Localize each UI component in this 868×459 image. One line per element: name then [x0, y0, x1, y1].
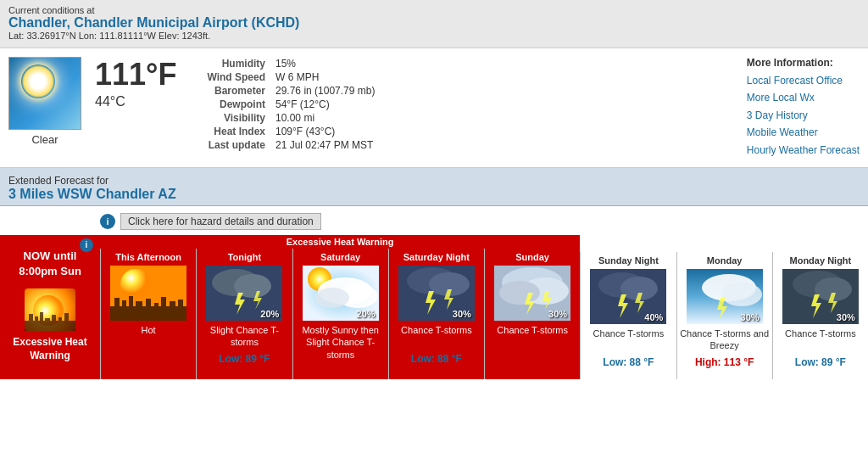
conditions-subtitle: Current conditions at: [8, 5, 860, 15]
hazard-bar: i Click here for hazard details and dura…: [100, 213, 868, 230]
day-label-3: Saturday Night: [403, 250, 470, 264]
forecast-columns: Excessive Heat WarningThis Afternoon Hot…: [100, 235, 868, 379]
forecast-temp-1: Low: 89 °F: [219, 353, 270, 365]
forecast-temp-3: Low: 88 °F: [411, 353, 462, 365]
warning-sun-icon: [20, 286, 80, 333]
station-name: Chandler, Chandler Municipal Airport (KC…: [8, 15, 860, 31]
forecast-desc-5: Chance T-storms: [593, 327, 665, 353]
warning-time: NOW until 8:00pm Sun: [3, 249, 97, 279]
dewpoint-value: 54°F (12°C): [270, 98, 380, 111]
svg-point-39: [499, 281, 540, 305]
svg-rect-18: [161, 297, 166, 306]
forecast-col-7: Monday Night 30%Chance T-stormsLow: 89 °…: [772, 252, 868, 379]
temp-celsius: 44°C: [95, 94, 176, 109]
forecast-desc-6: Chance T-storms and Breezy: [679, 327, 771, 353]
svg-point-49: [721, 283, 762, 306]
humidity-value: 15%: [270, 57, 380, 70]
precip-pct-1: 20%: [260, 309, 279, 319]
forecast-image-1: 20%: [206, 266, 282, 321]
svg-point-30: [315, 288, 349, 308]
wind-label: Wind Speed: [202, 70, 270, 84]
svg-point-10: [120, 269, 151, 299]
forecast-area: i Click here for hazard details and dura…: [0, 206, 868, 379]
visibility-label: Visibility: [202, 111, 270, 125]
extended-forecast-header: Extended Forecast for 3 Miles WSW Chandl…: [0, 168, 868, 206]
precip-pct-7: 30%: [837, 312, 855, 322]
link-3-day-history[interactable]: 3 Day History: [747, 107, 860, 124]
link-more-local-wx[interactable]: More Local Wx: [747, 89, 860, 106]
svg-rect-7: [58, 317, 62, 321]
link-mobile-weather[interactable]: Mobile Weather: [747, 124, 860, 141]
weather-icon: [8, 57, 81, 130]
forecast-temp-5: Low: 88 °F: [603, 356, 654, 368]
forecast-col-4: Sunday 30%Chance T-stormsHigh: 113 °F: [484, 249, 580, 379]
day-label-5: Sunday Night: [598, 254, 659, 267]
barometer-label: Barometer: [202, 84, 270, 98]
svg-rect-11: [110, 306, 186, 321]
weather-details-table: Humidity 15% Wind Speed W 6 MPH Baromete…: [202, 57, 712, 152]
forecast-image-6: 30%: [687, 269, 763, 324]
precip-pct-4: 30%: [548, 309, 567, 319]
day-label-2: Saturday: [320, 250, 360, 264]
precip-pct-3: 30%: [453, 309, 471, 319]
warning-badge: i: [80, 238, 93, 252]
forecast-col-2: Saturday 20%Mostly Sunny then Slight Cha…: [292, 249, 388, 379]
link-local-forecast-office[interactable]: Local Forecast Office: [747, 72, 860, 89]
link-hourly-weather[interactable]: Hourly Weather Forecast: [747, 142, 860, 159]
forecast-temp-7: Low: 89 °F: [795, 356, 846, 368]
forecast-desc-4: Chance T-storms: [497, 324, 568, 350]
svg-rect-8: [64, 313, 69, 321]
forecast-image-7: 30%: [782, 269, 859, 324]
day-label-1: Tonight: [228, 250, 262, 264]
forecast-temp-6: High: 113 °F: [695, 356, 754, 368]
svg-rect-6: [52, 315, 56, 321]
svg-rect-14: [129, 296, 133, 306]
white-section: Sunday Night 40%Chance T-stormsLow: 88 °…: [580, 235, 868, 379]
visibility-value: 10.00 mi: [270, 111, 380, 125]
station-coords: Lat: 33.26917°N Lon: 111.81111°W Elev: 1…: [8, 31, 860, 41]
forecast-temp-2: High: 113 °F: [311, 364, 370, 376]
heat-index-value: 109°F (43°C): [270, 125, 380, 138]
precip-pct-6: 30%: [741, 312, 760, 322]
svg-rect-13: [122, 300, 126, 306]
temp-fahrenheit: 111°F: [95, 57, 176, 92]
forecast-image-3: 30%: [398, 266, 475, 321]
svg-rect-16: [146, 299, 151, 306]
forecast-col-1: Tonight 20%Slight Chance T-stormsLow: 89…: [196, 249, 292, 379]
forecast-col-0: This Afternoon HotHigh: 115 °F: [100, 249, 196, 379]
day-label-7: Monday Night: [790, 254, 852, 267]
forecast-col-5: Sunday Night 40%Chance T-stormsLow: 88 °…: [580, 252, 676, 379]
forecast-temp-4: High: 113 °F: [503, 353, 561, 365]
warning-label: Excessive Heat Warning: [3, 336, 97, 362]
day-label-0: This Afternoon: [115, 250, 181, 264]
day-label-4: Sunday: [515, 250, 549, 264]
sun-svg: [25, 288, 75, 331]
wind-value: W 6 MPH: [270, 70, 380, 84]
forecast-image-2: 20%: [303, 266, 379, 321]
extended-location: 3 Miles WSW Chandler AZ: [8, 187, 860, 202]
forecast-row: i NOW until 8:00pm Sun: [0, 235, 868, 379]
precip-pct-2: 20%: [357, 309, 376, 319]
more-info-title: More Information:: [747, 57, 860, 69]
sun-icon: [21, 64, 55, 98]
current-conditions-section: Clear 111°F 44°C Humidity 15% Wind Speed…: [0, 48, 868, 168]
hazard-link[interactable]: Click here for hazard details and durati…: [120, 213, 321, 230]
more-info-section: More Information: Local Forecast Office …: [747, 57, 860, 159]
heat-warning-banner: Excessive Heat Warning: [100, 235, 580, 249]
warning-sun-img: [25, 288, 75, 331]
barometer-value: 29.76 in (1007.79 mb): [270, 84, 380, 98]
forecast-desc-3: Chance T-storms: [401, 324, 472, 350]
svg-rect-12: [114, 298, 120, 306]
condition-label: Clear: [31, 133, 58, 146]
svg-rect-2: [29, 314, 33, 321]
svg-rect-19: [170, 301, 175, 306]
svg-rect-1: [25, 321, 75, 331]
forecast-image-0: [110, 266, 186, 321]
dewpoint-label: Dewpoint: [202, 98, 270, 111]
forecast-image-4: 30%: [494, 266, 570, 321]
forecast-desc-7: Chance T-storms: [785, 327, 856, 353]
svg-rect-4: [40, 312, 43, 321]
svg-rect-15: [136, 301, 142, 306]
weather-icon-block: Clear: [8, 57, 81, 146]
last-update-label: Last update: [202, 138, 270, 152]
